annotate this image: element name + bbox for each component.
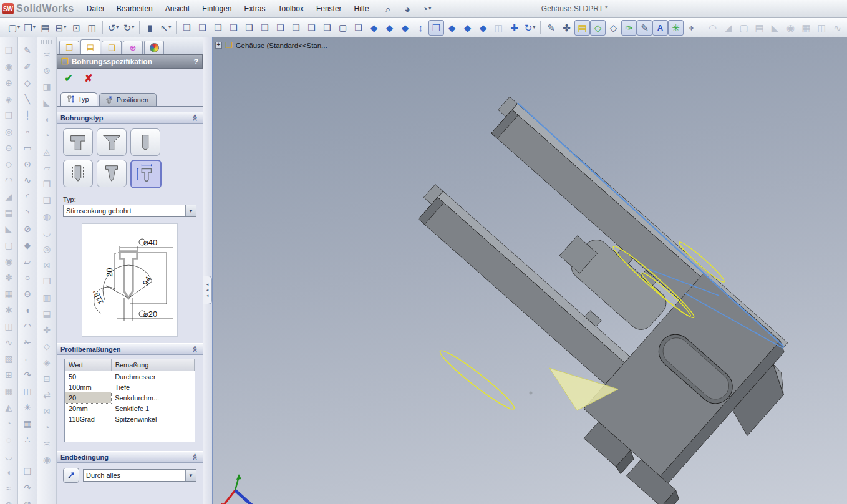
linear-ausgetragener-schnitt-icon[interactable]: ❐	[1, 107, 17, 124]
wandung-icon[interactable]: ▢	[736, 20, 752, 36]
menu-ansicht[interactable]: Ansicht	[159, 1, 196, 17]
schattiert-icon[interactable]: ◆	[397, 20, 413, 36]
ausgetragener-aufsatz-icon[interactable]: ⊕	[1, 75, 17, 91]
bibliothek-icon[interactable]: ▤	[39, 306, 55, 322]
zoom-bereich-icon[interactable]: ◆	[460, 20, 475, 36]
reverse-direction-button[interactable]	[63, 468, 79, 483]
linie-icon[interactable]: ╲	[19, 91, 36, 107]
3d-skizze-icon[interactable]: ✐	[19, 59, 36, 75]
profile-cell[interactable]: 50	[65, 371, 111, 382]
profile-cell[interactable]: 100mm	[65, 382, 111, 392]
menu-hilfe[interactable]: Hilfe	[348, 1, 375, 17]
verrundung-icon[interactable]: ◠	[705, 20, 720, 36]
section-profil-header[interactable]: Profilbemaßungen ≪	[57, 343, 203, 355]
auswaehlen-icon[interactable]: ↖▾	[158, 20, 173, 36]
gleichungen-icon[interactable]: ≍	[39, 435, 55, 452]
wandung-icon[interactable]: ▢	[1, 237, 17, 253]
teilellipse-icon[interactable]: ◖	[19, 302, 36, 318]
community-rund-icon-icon[interactable]: ◔▾	[419, 1, 435, 17]
dimetrisch-icon[interactable]: ❏	[288, 20, 304, 36]
messen-icon[interactable]: ≍	[39, 46, 55, 62]
kugel-teilen-icon[interactable]: ◍	[39, 208, 55, 225]
featuremanager-tab-icon[interactable]: ❒	[59, 41, 79, 54]
warnung-icon[interactable]: ◍	[19, 496, 36, 504]
verformen-icon[interactable]: ≈	[1, 480, 17, 497]
freiform-icon[interactable]: ◌	[1, 432, 17, 448]
punkt-icon[interactable]: ▫	[19, 124, 36, 140]
hole-type-senkbohrung-button[interactable]	[63, 128, 93, 156]
skizzieren-modus-icon[interactable]: ✑	[621, 20, 637, 36]
einzug-icon[interactable]: ◖	[1, 464, 17, 480]
tab-positionen[interactable]: Positionen	[99, 93, 157, 106]
druckvorschau-icon[interactable]: ⊡	[69, 20, 84, 36]
schattiert-mit-kanten-icon[interactable]: ◆	[382, 20, 397, 36]
section-endbedingung-header[interactable]: Endbedingung ≪	[57, 451, 203, 463]
fase-icon[interactable]: ◢	[720, 20, 736, 36]
loeschen-icon[interactable]: ⊠	[39, 257, 55, 273]
rotations-schnitt-icon[interactable]: ◎	[39, 241, 55, 257]
profile-cell[interactable]: 20mm	[65, 403, 111, 414]
parallelogramm-icon[interactable]: ▱	[19, 253, 36, 269]
dom-icon[interactable]: ◔	[1, 415, 17, 432]
anmerkungen-anzeigen-icon[interactable]: A	[652, 20, 668, 36]
profile-cell[interactable]: 20	[65, 392, 111, 403]
formschraege-icon[interactable]: ◣	[1, 221, 17, 237]
verschieben-icon[interactable]: ✚	[506, 20, 522, 36]
ableiten-icon[interactable]: ◉	[39, 452, 55, 468]
verdeckte-kanten-ausgeblendet-icon[interactable]: ◆	[366, 20, 382, 36]
profile-row[interactable]: 50Durchmesser	[65, 371, 195, 382]
entfalten-icon[interactable]: ◈	[39, 354, 55, 371]
pruefung-icon[interactable]: ⊠	[39, 403, 55, 419]
col-wert[interactable]: Wert	[65, 359, 111, 371]
hole-type-rohrgewindebohrung-button[interactable]	[97, 160, 127, 187]
menu-fenster[interactable]: Fenster	[310, 1, 348, 17]
ausformungs-schnitt-icon[interactable]: ◇	[1, 156, 17, 172]
kurve-zeichnen-icon[interactable]: ✎	[543, 20, 559, 36]
mittellinie-icon[interactable]: ┆	[19, 107, 36, 124]
aufsatz-ausformung-icon[interactable]: ◈	[1, 91, 17, 107]
markierung-icon[interactable]: ▮	[142, 20, 158, 36]
kreis-icon[interactable]: ⊙	[19, 156, 36, 172]
tab-typ[interactable]: Typ	[60, 92, 97, 106]
menu-extras[interactable]: Extras	[238, 1, 272, 17]
koordinatensystem-icon[interactable]: ⌖	[684, 20, 699, 36]
trimetrisch-icon[interactable]: ❏	[304, 20, 319, 36]
verbinden-icon[interactable]: ⊗	[1, 497, 17, 504]
speichern-als-icon[interactable]: ⊟	[39, 371, 55, 387]
profile-cell[interactable]: Senktiefe 1	[111, 403, 186, 414]
umleiten-icon[interactable]: ↷	[19, 480, 36, 496]
skizze-icon[interactable]: ✎	[19, 42, 36, 59]
verdeckte-kanten-sichtbar-icon[interactable]: ❏	[351, 20, 366, 36]
mittelpunktbogen-icon[interactable]: ◝	[19, 205, 36, 221]
hole-type-select[interactable]: Stirnsenkung gebohrt ▼	[63, 205, 196, 217]
drahtdarstellung-icon[interactable]: ▢	[335, 20, 351, 36]
kreismuster-icon[interactable]: ✱	[1, 302, 17, 318]
kurvengetriebenes-muster-icon[interactable]: ∿	[1, 334, 17, 351]
normal-auf-icon[interactable]: ❏	[319, 20, 335, 36]
vorherige-ansicht-icon[interactable]: ◫	[491, 20, 506, 36]
kurve-icon[interactable]: ∿	[830, 20, 845, 36]
rohrbogen-icon[interactable]: ◡	[39, 225, 55, 241]
bohrungsassistent-icon[interactable]: ◉	[1, 253, 17, 269]
beziehungen-anzeigen-icon[interactable]: ◇	[590, 20, 606, 36]
menu-datei[interactable]: Datei	[80, 1, 110, 17]
oben-icon[interactable]: ❏	[241, 20, 257, 36]
klemme-icon[interactable]: ▥	[39, 289, 55, 306]
hole-type-altbohrung-button[interactable]	[130, 160, 162, 188]
gewinde-icon[interactable]: ✽	[1, 269, 17, 286]
offset-icon[interactable]: ↷	[19, 367, 36, 383]
polygon-icon[interactable]: ○	[19, 269, 36, 286]
menu-bearbeiten[interactable]: Bearbeiten	[110, 1, 159, 17]
speichern-icon[interactable]: ▤	[37, 20, 53, 36]
model-3d[interactable]	[213, 37, 847, 504]
lineares-skizzenmuster-icon[interactable]: ▦	[19, 415, 36, 432]
gerade-nut-icon[interactable]: ⊖	[19, 286, 36, 302]
ellipse-icon[interactable]: ⊘	[19, 221, 36, 237]
profile-cell[interactable]: Senkdurchm...	[111, 392, 186, 403]
ok-button[interactable]: ✔	[62, 72, 75, 84]
profile-cell[interactable]: Spitzenwinkel	[111, 414, 186, 424]
kopieren-icon[interactable]: ❐	[39, 176, 55, 192]
ausgetragener-schnitt-icon[interactable]: ⊖	[1, 140, 17, 156]
biegen-icon[interactable]: ◡	[1, 448, 17, 464]
bemassungen-anzeigen-icon[interactable]: ✎	[637, 20, 652, 36]
